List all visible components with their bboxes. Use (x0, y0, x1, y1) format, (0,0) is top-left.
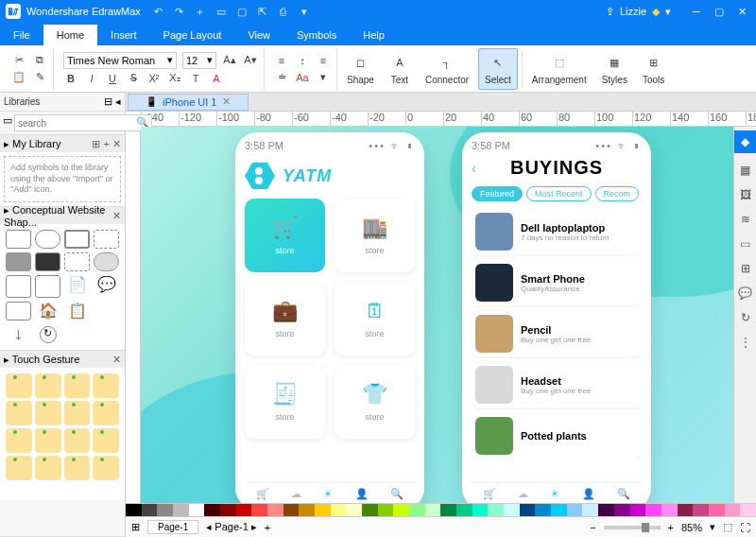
shape-item[interactable] (6, 302, 31, 320)
libraries-menu-icon[interactable]: ⊟ ◂ (104, 95, 121, 108)
case-icon[interactable]: T (188, 71, 203, 86)
connector-tool[interactable]: ┐Connector (420, 48, 474, 90)
tab-user-icon[interactable]: 👤 (582, 488, 595, 500)
format-painter-icon[interactable]: ✎ (32, 70, 47, 85)
comment-icon[interactable]: 💬 (738, 286, 753, 301)
tile-store[interactable]: 🛒store (245, 199, 325, 272)
shape-item[interactable]: 📋 (64, 302, 90, 320)
underline-icon[interactable]: U (105, 71, 120, 86)
user-area[interactable]: ⇪ Lizzie ◆ ▾ (606, 6, 671, 18)
gesture-item[interactable] (64, 373, 91, 398)
tab-search-icon[interactable]: 🔍 (390, 488, 404, 500)
layers-icon[interactable]: ≋ (738, 212, 753, 227)
super-icon[interactable]: X² (146, 71, 162, 86)
chip-recom[interactable]: Recom (595, 186, 640, 201)
shape-item[interactable] (35, 230, 60, 249)
paste-icon[interactable]: 📋 (11, 70, 26, 85)
gesture-item[interactable] (6, 428, 32, 453)
bold-icon[interactable]: B (63, 71, 78, 86)
clip-icon[interactable]: ⊞ (738, 261, 753, 276)
menu-home[interactable]: Home (43, 25, 97, 45)
color-swatch[interactable] (220, 504, 236, 516)
color-swatch[interactable] (693, 504, 709, 516)
color-swatch[interactable] (535, 504, 551, 516)
shrink-font-icon[interactable]: A▾ (243, 53, 258, 68)
zoom-in-icon[interactable]: + (668, 522, 674, 533)
phone-mockup-1[interactable]: 3:58 PM••• ᯤ ▮ YATM 🛒store 🏬store 💼store… (235, 132, 424, 503)
doc-tab[interactable]: 📱 iPhone UI 1 ✕ (128, 94, 249, 111)
color-swatch[interactable] (614, 504, 630, 516)
color-swatch[interactable] (142, 504, 158, 516)
new-icon[interactable]: ＋ (194, 5, 207, 18)
gesture-item[interactable] (6, 373, 32, 398)
shape-tool[interactable]: ◻Shape (341, 48, 380, 90)
conceptual-close[interactable]: ✕ (112, 210, 121, 222)
font-color-icon[interactable]: A (209, 71, 224, 86)
pages-icon[interactable]: ⊞ (131, 521, 140, 533)
close-button[interactable]: ✕ (733, 6, 750, 18)
chip-featured[interactable]: Featured (472, 186, 523, 201)
shape-item[interactable]: 💬 (94, 275, 119, 298)
align-v-icon[interactable]: ≐ (274, 70, 289, 85)
export-icon[interactable]: ⇱ (256, 5, 269, 18)
list-item[interactable]: Dell laptoplaptop7 days no reason to ret… (472, 209, 642, 254)
theme-icon[interactable]: ◆ (734, 130, 757, 153)
color-swatch[interactable] (520, 504, 536, 516)
color-swatch[interactable] (567, 504, 583, 516)
grid-icon[interactable]: ▦ (738, 163, 753, 178)
spacing-icon[interactable]: ↕ (295, 53, 310, 68)
strike-icon[interactable]: S̶ (126, 71, 141, 86)
gesture-item[interactable] (6, 401, 32, 425)
save-icon[interactable]: ▢ (235, 5, 249, 18)
sub-icon[interactable]: X₂ (167, 71, 182, 86)
highlight-icon[interactable]: Aa (295, 70, 310, 85)
menu-insert[interactable]: Insert (97, 25, 150, 45)
zoom-out-icon[interactable]: − (590, 522, 595, 533)
color-swatch[interactable] (189, 504, 205, 516)
shape-item[interactable]: 🏠 (35, 302, 60, 320)
bullets-icon[interactable]: ≡ (274, 53, 289, 68)
page-nav[interactable]: ◂ Page-1 ▸ (206, 521, 257, 533)
menu-file[interactable]: File (0, 25, 43, 45)
library-search-input[interactable] (14, 114, 152, 131)
color-swatch[interactable] (299, 504, 315, 516)
color-swatch[interactable] (126, 504, 142, 516)
color-swatch[interactable] (236, 504, 252, 516)
select-tool[interactable]: ↖Select (478, 48, 518, 90)
gesture-item[interactable] (35, 373, 61, 398)
minimize-button[interactable]: ─ (688, 6, 705, 17)
touch-close[interactable]: ✕ (112, 354, 121, 366)
search-folder-icon[interactable]: ▭ (3, 114, 12, 131)
tile-store[interactable]: 🗓store (335, 282, 415, 355)
tab-user-icon[interactable]: 👤 (355, 488, 369, 500)
color-swatch[interactable] (598, 504, 614, 516)
color-swatch[interactable] (488, 504, 504, 516)
color-swatch[interactable] (331, 504, 347, 516)
shape-item[interactable]: ↓ (6, 324, 31, 344)
shape-item[interactable]: 📄 (64, 275, 90, 298)
align-h-icon[interactable]: ≡ (316, 53, 331, 68)
list-item[interactable]: PencilBuy one get one free (472, 311, 642, 356)
menu-view[interactable]: View (234, 25, 284, 45)
menu-page-layout[interactable]: Page Layout (150, 25, 235, 45)
menu-symbols[interactable]: Symbols (284, 25, 350, 45)
chip-recent[interactable]: Most Recent (526, 186, 592, 201)
canvas[interactable]: 3:58 PM••• ᯤ ▮ YATM 🛒store 🏬store 💼store… (141, 127, 733, 503)
redo-icon[interactable]: ↷ (173, 5, 186, 18)
gesture-item[interactable] (6, 456, 32, 480)
shape-item[interactable] (35, 252, 60, 271)
tile-store[interactable]: 🧾store (245, 365, 325, 439)
shape-item[interactable] (35, 275, 60, 298)
text-tool[interactable]: AText (384, 48, 416, 90)
close-tab-icon[interactable]: ✕ (222, 95, 231, 108)
tile-store[interactable]: 🏬store (335, 199, 415, 272)
color-swatch[interactable] (630, 504, 646, 516)
list-item[interactable]: Potted plants (472, 413, 642, 459)
color-swatch[interactable] (284, 504, 300, 516)
color-swatch[interactable] (678, 504, 694, 516)
color-swatch[interactable] (425, 504, 441, 516)
color-swatch[interactable] (725, 504, 741, 516)
color-swatch[interactable] (740, 504, 756, 516)
phone-mockup-2[interactable]: 3:58 PM••• ᯤ ▮ ‹ BUYINGS Featured Most R… (462, 132, 651, 503)
list-item[interactable]: Smart PhoneQualityAssurance (472, 260, 642, 305)
